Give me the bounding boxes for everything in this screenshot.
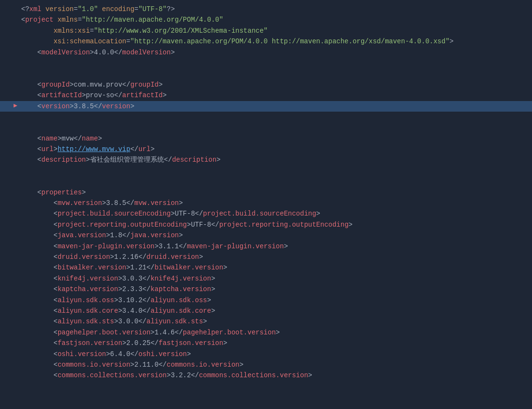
line-content: <commons.io.version>2.11.0</commons.io.v… [21,359,524,370]
token-punct: > [151,329,154,336]
token-punct: </ [122,81,130,89]
token-punct: </ [130,350,139,358]
token-punct: > [349,221,353,229]
code-line: <?xml version="1.0" encoding="UTF-8"?> [0,4,532,14]
code-line: <java.version>1.8</java.version> [0,230,532,241]
token-punct: < [21,221,58,229]
token-tag: name [41,135,58,142]
token-tag: project.reporting.outputEncoding [58,221,187,229]
token-tag: mvw.version [58,199,102,207]
token-punct: > [114,318,118,325]
token-tag: url [41,145,53,153]
code-line: ▶ <version>3.8.5</version> [0,101,532,112]
token-punct: </ [191,371,199,379]
code-line: xmlns:xsi="http://www.w3.org/2001/XMLSch… [0,26,532,36]
token-tag: bitwalker.version [154,264,223,271]
token-punct: = [126,38,130,45]
token-punct: > [203,318,207,325]
token-punct: > [171,49,175,56]
token-punct: > [187,350,191,358]
token-text: UTF-8 [191,221,211,229]
token-punct: < [21,339,58,347]
line-content: <version>3.8.5</version> [21,101,524,112]
token-punct: > [211,307,215,315]
token-tag: mvw.version [134,199,178,207]
token-tag: aliyun.sdk.sts [58,318,114,325]
token-punct: </ [211,221,219,229]
token-punct: > [276,329,279,336]
token-punct: > [207,296,211,304]
token-chinese: 省社会组织管理管理系统 [90,156,164,164]
token-punct: > [211,285,215,293]
token-punct: </ [139,318,147,325]
token-text: 1.8 [110,231,122,239]
token-punct: = [90,27,94,35]
token-punct: < [21,135,41,142]
line-content: <knife4j.version>3.0.3</knife4j.version> [21,273,524,284]
token-punct: < [21,243,58,250]
token-punct: > [106,231,110,239]
token-punct: > [154,243,158,250]
line-content: <project.reporting.outputEncoding>UTF-8<… [21,219,524,230]
line-content: <name>mvw</name> [21,133,524,144]
token-punct: </ [74,135,82,142]
token-text: 2.3.3 [122,285,142,293]
token-punct: < [21,350,58,358]
token-attr-name: xsi:schemaLocation [21,38,126,45]
token-punct: > [223,339,227,347]
token-tag: groupId [41,81,70,89]
token-punct: > [130,361,134,369]
code-line: <kaptcha.version>2.3.3</kaptcha.version> [0,284,532,294]
token-punct: > [86,156,89,164]
token-punct: > [223,264,227,271]
token-tag: knife4j.version [151,275,211,282]
token-punct: < [21,329,58,336]
token-punct: </ [151,339,159,347]
token-tag: xml [29,5,41,13]
token-tag: project.reporting.outputEncoding [219,221,349,229]
token-punct: < [21,102,41,110]
token-punct: </ [139,253,147,261]
token-text: 4.0.0 [94,49,114,56]
token-punct: </ [146,264,154,271]
token-punct: < [21,210,58,217]
code-line: <aliyun.sdk.sts>3.0.0</aliyun.sdk.sts> [0,316,532,327]
line-content: xsi:schemaLocation="http://maven.apache.… [21,36,524,47]
line-content: <groupId>com.mvw.prov</groupId> [21,79,524,90]
token-punct: ?> [167,5,175,13]
token-text: UTF-8 [175,210,195,217]
token-tag: properties [41,189,82,196]
token-attr-value: "1.0" [78,5,98,13]
token-punct: < [21,49,41,56]
token-punct: < [21,231,58,239]
token-punct: </ [122,231,130,239]
token-punct: < [21,285,58,293]
token-tag: kaptcha.version [151,285,211,293]
token-tag: fastjson.version [58,339,122,347]
token-punct: > [163,91,166,99]
token-punct: = [134,5,138,13]
token-tag: modelVersion [122,49,171,56]
token-text: 3.10.2 [118,296,142,304]
token-tag: url [139,145,151,153]
token-punct: > [151,145,154,153]
token-link: http://www.mvw.vip [58,145,130,153]
token-punct: </ [142,275,151,282]
token-text: 6.4.0 [110,350,130,358]
line-content: <artifactId>prov-so</artifactId> [21,90,524,101]
token-tag: java.version [130,231,179,239]
token-text: prov-so [86,91,114,99]
token-tag: aliyun.sdk.oss [151,296,207,304]
token-tag: druid.version [58,253,110,261]
token-tag: commons.io.version [167,361,240,369]
code-line: <commons.collections.version>3.2.2</comm… [0,370,532,381]
token-punct: > [118,275,122,282]
code-line: <artifactId>prov-so</artifactId> [0,90,532,101]
line-content: <java.version>1.8</java.version> [21,230,524,241]
token-tag: version [102,102,130,110]
code-line [0,58,532,68]
code-line: <project xmlns="http://maven.apache.org/… [0,14,532,25]
token-tag: project.build.sourceEncoding [58,210,171,217]
token-tag: aliyun.sdk.oss [58,296,114,304]
token-tag: commons.collections.version [58,371,167,379]
